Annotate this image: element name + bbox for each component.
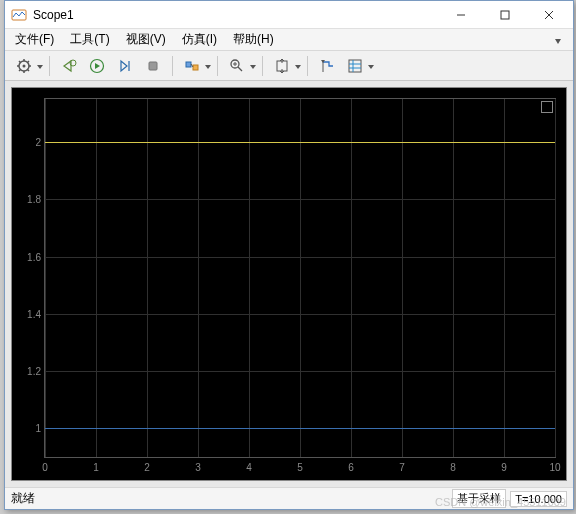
- chevron-down-icon[interactable]: [368, 59, 374, 73]
- step-forward-button[interactable]: [112, 54, 138, 78]
- autoscale-button[interactable]: [269, 54, 295, 78]
- plot-frame[interactable]: 01234567891011.21.41.61.82: [11, 87, 567, 481]
- zoom-button[interactable]: [224, 54, 250, 78]
- grid-line: [45, 371, 555, 372]
- toolbar-separator: [262, 56, 263, 76]
- grid-line: [96, 99, 97, 457]
- toolbar-separator: [307, 56, 308, 76]
- toolbar-separator: [217, 56, 218, 76]
- configure-button[interactable]: [11, 54, 37, 78]
- chevron-down-icon[interactable]: [205, 59, 211, 73]
- x-tick-label: 9: [501, 462, 507, 473]
- y-tick-label: 1.8: [17, 194, 41, 205]
- titlebar: Scope1: [5, 1, 573, 29]
- svg-rect-34: [349, 60, 361, 72]
- svg-line-11: [19, 61, 21, 63]
- trigger-button[interactable]: [179, 54, 205, 78]
- x-tick-label: 5: [297, 462, 303, 473]
- y-tick-label: 2: [17, 136, 41, 147]
- x-tick-label: 6: [348, 462, 354, 473]
- plot-maximize-icon[interactable]: [541, 101, 553, 113]
- toolbar: [5, 51, 573, 81]
- x-tick-label: 0: [42, 462, 48, 473]
- step-back-button[interactable]: [56, 54, 82, 78]
- grid-line: [45, 199, 555, 200]
- grid-line: [402, 99, 403, 457]
- close-button[interactable]: [527, 1, 571, 29]
- menubar: 文件(F) 工具(T) 视图(V) 仿真(I) 帮助(H): [5, 29, 573, 51]
- menubar-overflow-icon[interactable]: [553, 35, 563, 45]
- grid-line: [351, 99, 352, 457]
- grid-line: [504, 99, 505, 457]
- svg-rect-2: [501, 11, 509, 19]
- grid-line: [453, 99, 454, 457]
- status-ready: 就绪: [11, 490, 448, 507]
- menu-simulation[interactable]: 仿真(I): [182, 31, 217, 48]
- y-tick-label: 1.4: [17, 308, 41, 319]
- x-tick-label: 8: [450, 462, 456, 473]
- svg-marker-18: [95, 63, 100, 69]
- scope-window: Scope1 文件(F) 工具(T) 视图(V) 仿真(I) 帮助(H): [4, 0, 574, 510]
- window-title: Scope1: [33, 8, 439, 22]
- stop-button[interactable]: [140, 54, 166, 78]
- plot-area: 01234567891011.21.41.61.82: [5, 81, 573, 487]
- y-tick-label: 1: [17, 423, 41, 434]
- grid-line: [45, 99, 46, 457]
- svg-line-12: [28, 69, 30, 71]
- series-line: [45, 142, 555, 143]
- grid-line: [249, 99, 250, 457]
- x-tick-label: 10: [549, 462, 560, 473]
- toolbar-separator: [172, 56, 173, 76]
- x-tick-label: 4: [246, 462, 252, 473]
- menu-file[interactable]: 文件(F): [15, 31, 54, 48]
- grid-line: [45, 257, 555, 258]
- measurements-button[interactable]: [342, 54, 368, 78]
- y-tick-label: 1.6: [17, 251, 41, 262]
- status-sample-mode: 基于采样: [452, 489, 506, 508]
- toolbar-separator: [49, 56, 50, 76]
- menu-tools[interactable]: 工具(T): [70, 31, 109, 48]
- run-button[interactable]: [84, 54, 110, 78]
- svg-rect-21: [149, 62, 157, 70]
- grid-line: [147, 99, 148, 457]
- scope-app-icon: [11, 7, 27, 23]
- x-tick-label: 2: [144, 462, 150, 473]
- chevron-down-icon[interactable]: [37, 59, 43, 73]
- x-tick-label: 7: [399, 462, 405, 473]
- menu-view[interactable]: 视图(V): [126, 31, 166, 48]
- status-time: T=10.000: [510, 491, 567, 507]
- menu-help[interactable]: 帮助(H): [233, 31, 274, 48]
- cursor-measure-button[interactable]: [314, 54, 340, 78]
- svg-rect-22: [186, 62, 191, 67]
- series-line: [45, 428, 555, 429]
- x-tick-label: 1: [93, 462, 99, 473]
- statusbar: 就绪 基于采样 T=10.000: [5, 487, 573, 509]
- grid-line: [45, 314, 555, 315]
- svg-point-6: [23, 64, 26, 67]
- y-tick-label: 1.2: [17, 366, 41, 377]
- svg-marker-19: [121, 61, 127, 71]
- grid-line: [555, 99, 556, 457]
- chevron-down-icon[interactable]: [295, 59, 301, 73]
- svg-line-14: [28, 61, 30, 63]
- minimize-button[interactable]: [439, 1, 483, 29]
- grid-line: [198, 99, 199, 457]
- grid-line: [300, 99, 301, 457]
- plot-axes: 01234567891011.21.41.61.82: [44, 98, 556, 458]
- svg-line-26: [238, 67, 242, 71]
- svg-rect-23: [193, 65, 198, 70]
- maximize-button[interactable]: [483, 1, 527, 29]
- chevron-down-icon[interactable]: [250, 59, 256, 73]
- x-tick-label: 3: [195, 462, 201, 473]
- svg-line-13: [19, 69, 21, 71]
